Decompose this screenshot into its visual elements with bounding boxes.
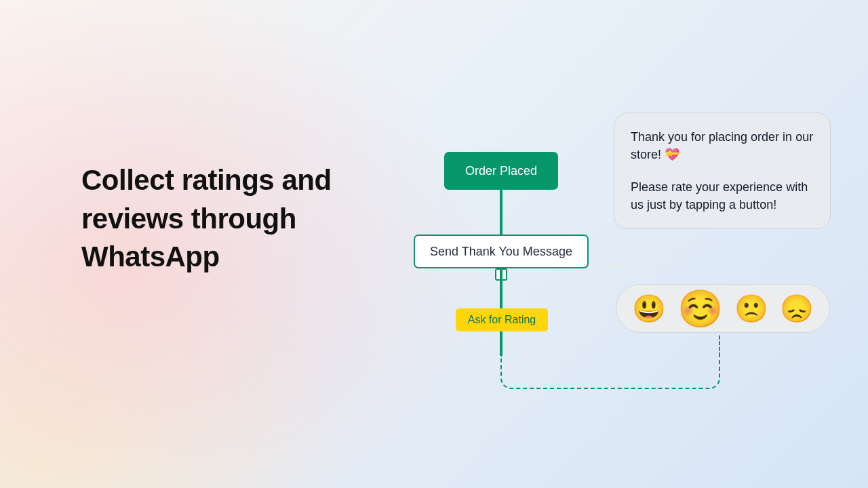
emoji-pleased-icon[interactable]: ☺️ — [677, 290, 723, 327]
dashed-connector — [719, 336, 720, 357]
emoji-sad-icon[interactable]: 🙁 — [734, 295, 768, 322]
chat-bubble-tail — [606, 258, 620, 268]
headline: Collect ratings and reviews through What… — [81, 161, 393, 277]
diagram-canvas: Collect ratings and reviews through What… — [0, 0, 868, 488]
emoji-happy-icon[interactable]: 😃 — [632, 295, 666, 322]
connector — [500, 331, 502, 356]
chat-bubble: Thank you for placing order in our store… — [614, 113, 831, 229]
node-ask-for-rating: Ask for Rating — [456, 308, 548, 331]
connector — [500, 190, 502, 235]
node-order-placed: Order Placed — [444, 152, 558, 190]
chat-line-1: Thank you for placing order in our store… — [631, 128, 814, 163]
emoji-rating-row: 😃 ☺️ 🙁 😞 — [616, 284, 830, 333]
emoji-disappointed-icon[interactable]: 😞 — [780, 295, 814, 322]
dashed-connector — [500, 355, 720, 389]
connector — [500, 268, 502, 309]
chat-line-2: Please rate your experience with us just… — [631, 178, 814, 214]
node-send-thank-you: Send Thank You Message — [414, 235, 589, 268]
